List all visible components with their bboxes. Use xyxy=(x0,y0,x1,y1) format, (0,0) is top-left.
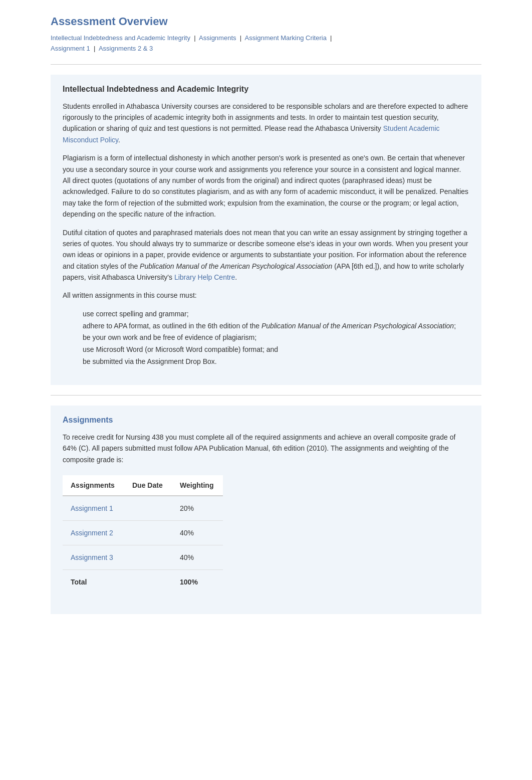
table-header-row: Assignments Due Date Weighting xyxy=(63,475,223,496)
total-due xyxy=(124,570,172,595)
assignment-3-cell: Assignment 3 xyxy=(63,545,124,570)
col-header-weighting: Weighting xyxy=(172,475,223,496)
table-row: Assignment 2 40% xyxy=(63,521,223,545)
assignment-1-cell: Assignment 1 xyxy=(63,496,124,521)
assignment-2-due xyxy=(124,521,172,545)
integrity-para-3: Dutiful citation of quotes and paraphras… xyxy=(63,227,469,283)
assignment-2-link[interactable]: Assignment 2 xyxy=(71,529,113,537)
breadcrumb-marking[interactable]: Assignment Marking Criteria xyxy=(245,34,327,42)
total-label: Total xyxy=(63,570,124,595)
integrity-para-1: Students enrolled in Athabasca Universit… xyxy=(63,101,469,146)
breadcrumb-assignments[interactable]: Assignments xyxy=(199,34,236,42)
table-row-total: Total 100% xyxy=(63,570,223,595)
list-item-3: be your own work and be free of evidence… xyxy=(83,332,469,344)
breadcrumb-assignment1[interactable]: Assignment 1 xyxy=(51,45,90,52)
assignment-3-due xyxy=(124,545,172,570)
integrity-section: Intellectual Indebtedness and Academic I… xyxy=(51,75,481,385)
col-header-due-date: Due Date xyxy=(124,475,172,496)
student-misconduct-link[interactable]: Student Academic Misconduct Policy xyxy=(63,124,440,143)
section-divider-2 xyxy=(51,395,481,396)
assignment-3-weight: 40% xyxy=(172,545,223,570)
assignment-1-weight: 20% xyxy=(172,496,223,521)
assignment-requirements-list: use correct spelling and grammar; adhere… xyxy=(83,308,469,368)
table-row: Assignment 3 40% xyxy=(63,545,223,570)
list-item-2: adhere to APA format, as outlined in the… xyxy=(83,320,469,332)
pub-manual-italic-2: Publication Manual of the American Psych… xyxy=(261,322,454,330)
assignments-table: Assignments Due Date Weighting Assignmen… xyxy=(63,475,223,594)
assignments-intro: To receive credit for Nursing 438 you mu… xyxy=(63,432,469,465)
table-row: Assignment 1 20% xyxy=(63,496,223,521)
list-item-1: use correct spelling and grammar; xyxy=(83,308,469,320)
integrity-title: Intellectual Indebtedness and Academic I… xyxy=(63,85,469,94)
breadcrumb-assignments23[interactable]: Assignments 2 & 3 xyxy=(99,45,153,52)
col-header-assignments: Assignments xyxy=(63,475,124,496)
breadcrumb-integrity[interactable]: Intellectual Indebtedness and Academic I… xyxy=(51,34,190,42)
assignment-3-link[interactable]: Assignment 3 xyxy=(71,553,113,561)
integrity-para-4: All written assignments in this course m… xyxy=(63,290,469,301)
assignment-2-weight: 40% xyxy=(172,521,223,545)
list-item-5: be submitted via the Assignment Drop Box… xyxy=(83,356,469,368)
assignment-1-link[interactable]: Assignment 1 xyxy=(71,504,113,512)
section-divider xyxy=(51,64,481,65)
library-help-link[interactable]: Library Help Centre xyxy=(174,273,235,281)
assignments-title: Assignments xyxy=(63,416,469,425)
integrity-para-2: Plagiarism is a form of intellectual dis… xyxy=(63,152,469,220)
page-title: Assessment Overview xyxy=(51,15,481,28)
pub-manual-italic: Publication Manual of the American Psych… xyxy=(140,262,332,270)
assignment-2-cell: Assignment 2 xyxy=(63,521,124,545)
assignment-1-due xyxy=(124,496,172,521)
total-weight: 100% xyxy=(172,570,223,595)
breadcrumb: Intellectual Indebtedness and Academic I… xyxy=(51,33,481,54)
list-item-4: use Microsoft Word (or Microsoft Word co… xyxy=(83,344,469,356)
assignments-section: Assignments To receive credit for Nursin… xyxy=(51,406,481,614)
